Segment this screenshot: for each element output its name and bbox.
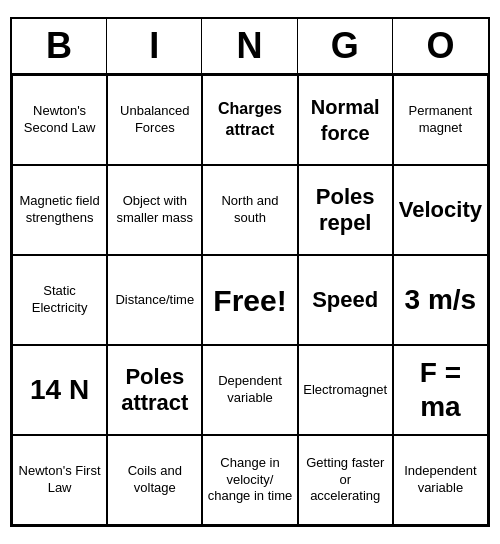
bingo-cell-15: 14 N [12, 345, 107, 435]
bingo-cell-8: Poles repel [298, 165, 393, 255]
bingo-cell-1: Unbalanced Forces [107, 75, 202, 165]
bingo-cell-13: Speed [298, 255, 393, 345]
bingo-cell-2: Charges attract [202, 75, 297, 165]
bingo-cell-21: Coils and voltage [107, 435, 202, 525]
bingo-grid: Newton's Second LawUnbalanced ForcesChar… [12, 75, 488, 525]
bingo-cell-23: Getting faster or accelerating [298, 435, 393, 525]
bingo-cell-16: Poles attract [107, 345, 202, 435]
bingo-cell-10: Static Electricity [12, 255, 107, 345]
header-letter-b: B [12, 19, 107, 73]
bingo-cell-0: Newton's Second Law [12, 75, 107, 165]
header-letter-i: I [107, 19, 202, 73]
header-letter-o: O [393, 19, 488, 73]
bingo-cell-22: Change in velocity/ change in time [202, 435, 297, 525]
bingo-cell-3: Normal force [298, 75, 393, 165]
bingo-cell-18: Electromagnet [298, 345, 393, 435]
bingo-cell-17: Dependent variable [202, 345, 297, 435]
bingo-cell-24: Independent variable [393, 435, 488, 525]
header-letter-n: N [202, 19, 297, 73]
bingo-card: BINGO Newton's Second LawUnbalanced Forc… [10, 17, 490, 527]
bingo-cell-14: 3 m/s [393, 255, 488, 345]
bingo-cell-12: Free! [202, 255, 297, 345]
bingo-cell-4: Permanent magnet [393, 75, 488, 165]
header-letter-g: G [298, 19, 393, 73]
bingo-cell-9: Velocity [393, 165, 488, 255]
bingo-cell-6: Object with smaller mass [107, 165, 202, 255]
bingo-header: BINGO [12, 19, 488, 75]
bingo-cell-20: Newton's First Law [12, 435, 107, 525]
bingo-cell-19: F = ma [393, 345, 488, 435]
bingo-cell-11: Distance/time [107, 255, 202, 345]
bingo-cell-5: Magnetic field strengthens [12, 165, 107, 255]
bingo-cell-7: North and south [202, 165, 297, 255]
